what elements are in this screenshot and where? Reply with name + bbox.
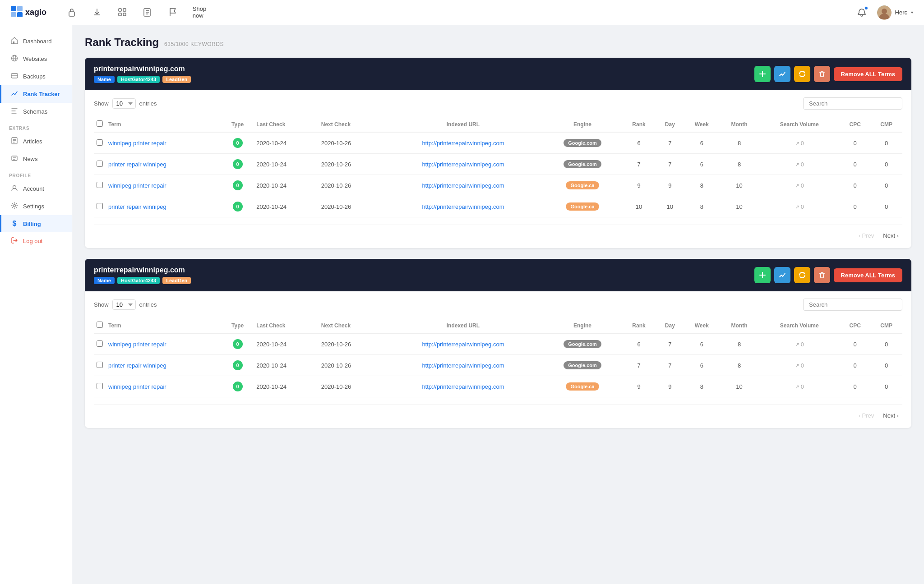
row-checkbox[interactable] bbox=[97, 203, 103, 209]
next-check: 2020-10-26 bbox=[319, 196, 383, 217]
next-button-1[interactable]: Next › bbox=[879, 230, 902, 241]
month: 8 bbox=[720, 132, 759, 154]
shop-now-label: Shop now bbox=[193, 5, 206, 19]
table-row: printer repair winnipeg 0 2020-10-24 202… bbox=[94, 355, 902, 376]
term-link[interactable]: printer repair winnipeg bbox=[108, 362, 166, 369]
term-link[interactable]: printer repair winnipeg bbox=[108, 161, 166, 168]
row-checkbox[interactable] bbox=[97, 362, 103, 368]
month: 8 bbox=[720, 333, 759, 355]
col-cmp-1: CMP bbox=[870, 117, 902, 132]
refresh-button-1[interactable] bbox=[794, 66, 810, 82]
search-input-1[interactable] bbox=[803, 97, 902, 110]
indexed-url[interactable]: http://printerrepairwinnipeg.com bbox=[422, 362, 504, 369]
remove-all-terms-button-2[interactable]: Remove ALL Terms bbox=[834, 268, 902, 282]
sidebar-item-websites[interactable]: Websites bbox=[0, 50, 72, 68]
row-checkbox[interactable] bbox=[97, 161, 103, 167]
day: 7 bbox=[656, 154, 684, 175]
sidebar-item-news[interactable]: News bbox=[0, 150, 72, 168]
notification-button[interactable] bbox=[854, 5, 870, 21]
sidebar-item-articles[interactable]: Articles bbox=[0, 133, 72, 150]
sidebar-item-settings[interactable]: Settings bbox=[0, 198, 72, 215]
sidebar-item-schemas[interactable]: Rank Tracker Schemas bbox=[0, 103, 72, 120]
search-input-2[interactable] bbox=[803, 299, 902, 311]
add-term-button-2[interactable] bbox=[754, 267, 771, 283]
delete-button-1[interactable] bbox=[814, 66, 830, 82]
nav-grid-icon[interactable] bbox=[111, 0, 133, 25]
billing-icon: $ bbox=[10, 220, 18, 228]
entries-select-1[interactable]: 10 25 50 100 bbox=[112, 98, 136, 109]
news-icon bbox=[10, 155, 18, 163]
col-type-2: Type bbox=[222, 318, 254, 333]
month: 10 bbox=[720, 196, 759, 217]
tag-name-2: Name bbox=[94, 277, 115, 284]
sidebar-item-logout[interactable]: Log out bbox=[0, 232, 72, 250]
table-area-1: Show 10 25 50 100 entries bbox=[85, 90, 911, 248]
prev-button-1[interactable]: ‹ Prev bbox=[855, 230, 878, 241]
type-badge: 0 bbox=[233, 159, 243, 169]
row-checkbox[interactable] bbox=[97, 139, 103, 146]
indexed-url[interactable]: http://printerrepairwinnipeg.com bbox=[422, 182, 504, 189]
entries-select-2[interactable]: 10 25 50 100 bbox=[112, 299, 136, 310]
chart-button-1[interactable] bbox=[774, 66, 790, 82]
nav-lock-icon[interactable] bbox=[61, 0, 83, 25]
delete-button-2[interactable] bbox=[814, 267, 830, 283]
next-button-2[interactable]: Next › bbox=[879, 410, 902, 421]
indexed-url[interactable]: http://printerrepairwinnipeg.com bbox=[422, 341, 504, 348]
tracker-header-1: printerrepairwinnipeg.com Name HostGator… bbox=[85, 58, 911, 90]
sidebar-item-account[interactable]: Account bbox=[0, 180, 72, 198]
shop-now-button[interactable]: Shop now bbox=[187, 0, 209, 25]
select-all-checkbox-1[interactable] bbox=[97, 120, 103, 127]
indexed-url[interactable]: http://printerrepairwinnipeg.com bbox=[422, 383, 504, 390]
sidebar-label-logout: Log out bbox=[23, 238, 42, 244]
search-volume: ↗ 0 bbox=[759, 132, 840, 154]
search-volume: ↗ 0 bbox=[759, 376, 840, 397]
sidebar-label-news: News bbox=[23, 156, 38, 162]
sidebar-item-backups[interactable]: Backups bbox=[0, 68, 72, 85]
table-row: winnipeg printer repair 0 2020-10-24 202… bbox=[94, 376, 902, 397]
day: 7 bbox=[656, 132, 684, 154]
remove-all-terms-button-1[interactable]: Remove ALL Terms bbox=[834, 67, 902, 81]
row-checkbox[interactable] bbox=[97, 383, 103, 389]
indexed-url[interactable]: http://printerrepairwinnipeg.com bbox=[422, 140, 504, 147]
sidebar-item-dashboard[interactable]: Dashboard bbox=[0, 32, 72, 50]
type-badge: 0 bbox=[233, 382, 243, 391]
col-search-volume-2: Search Volume bbox=[759, 318, 840, 333]
term-link[interactable]: winnipeg printer repair bbox=[108, 341, 166, 348]
pagination-1: ‹ Prev Next › bbox=[94, 225, 902, 241]
term-link[interactable]: winnipeg printer repair bbox=[108, 383, 166, 390]
articles-icon bbox=[10, 137, 18, 146]
day: 10 bbox=[656, 196, 684, 217]
logo[interactable]: xagio bbox=[11, 6, 46, 19]
select-all-checkbox-2[interactable] bbox=[97, 322, 103, 328]
rank: 9 bbox=[622, 175, 656, 196]
type-badge: 0 bbox=[233, 202, 243, 212]
sidebar-item-rank-tracker[interactable]: Rank Tracker bbox=[0, 85, 72, 103]
refresh-button-2[interactable] bbox=[794, 267, 810, 283]
prev-button-2[interactable]: ‹ Prev bbox=[855, 410, 878, 421]
show-label-2: Show bbox=[94, 301, 109, 308]
chart-button-2[interactable] bbox=[774, 267, 790, 283]
app-body: Dashboard Websites Backups Rank Tracker … bbox=[0, 25, 924, 584]
last-check: 2020-10-24 bbox=[254, 175, 318, 196]
tag-hostgator-2: HostGator4243 bbox=[117, 277, 160, 284]
cpc: 0 bbox=[840, 196, 870, 217]
week: 8 bbox=[684, 175, 720, 196]
col-term-1: Term bbox=[106, 117, 222, 132]
sidebar-item-billing[interactable]: $ Billing bbox=[0, 215, 72, 232]
row-checkbox[interactable] bbox=[97, 340, 103, 347]
add-term-button-1[interactable] bbox=[754, 66, 771, 82]
nav-flag-icon[interactable] bbox=[162, 0, 184, 25]
nav-download-icon[interactable] bbox=[86, 0, 108, 25]
page-header: Rank Tracking 635/1000 KEYWORDS bbox=[85, 36, 911, 49]
indexed-url[interactable]: http://printerrepairwinnipeg.com bbox=[422, 203, 504, 210]
row-checkbox[interactable] bbox=[97, 182, 103, 188]
tracker-card-2: printerrepairwinnipeg.com Name HostGator… bbox=[85, 259, 911, 428]
indexed-url[interactable]: http://printerrepairwinnipeg.com bbox=[422, 161, 504, 168]
term-link[interactable]: winnipeg printer repair bbox=[108, 140, 166, 147]
term-link[interactable]: winnipeg printer repair bbox=[108, 182, 166, 189]
show-entries-2: Show 10 25 50 100 entries bbox=[94, 299, 157, 310]
nav-book-icon[interactable] bbox=[137, 0, 158, 25]
term-link[interactable]: printer repair winnipeg bbox=[108, 203, 166, 210]
user-menu[interactable]: Herc ▾ bbox=[877, 5, 913, 20]
table-row: printer repair winnipeg 0 2020-10-24 202… bbox=[94, 196, 902, 217]
